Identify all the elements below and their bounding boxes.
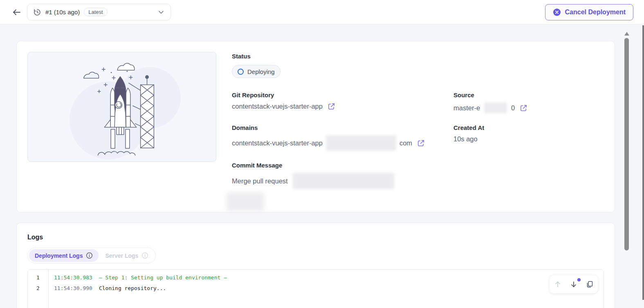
topbar: #1 (10s ago) Latest Cancel Deployment: [0, 0, 644, 25]
tab-deployment-logs-label: Deployment Logs: [35, 252, 83, 259]
copy-icon: [586, 280, 594, 288]
window-scrollbar[interactable]: [642, 25, 644, 300]
created-at-label: Created At: [453, 124, 602, 131]
cancel-deployment-label: Cancel Deployment: [565, 9, 626, 16]
new-logs-dot: [577, 278, 581, 281]
domains-redacted-blur: [326, 135, 396, 151]
commit-message-value: Merge pull request: [232, 177, 288, 185]
deploying-spinner-icon: [238, 69, 244, 75]
tab-server-logs[interactable]: Server Logs: [99, 249, 154, 262]
log-toolbar: [550, 275, 598, 293]
domains-value-prefix: contentstack-vuejs-starter-app: [232, 139, 323, 147]
info-icon: [141, 252, 148, 259]
git-repository-external-link-icon[interactable]: [328, 103, 335, 110]
log-viewer[interactable]: 1 11:54:30.983 — Step 1: Setting up buil…: [27, 269, 604, 308]
status-label: Status: [232, 53, 602, 60]
logs-title: Logs: [27, 234, 43, 241]
tab-server-logs-label: Server Logs: [105, 252, 138, 259]
arrow-up-icon: [554, 280, 562, 288]
arrow-down-icon: [570, 280, 578, 288]
tab-deployment-logs[interactable]: Deployment Logs: [29, 249, 99, 262]
log-line-number: 2: [28, 285, 48, 291]
source-value-suffix: 0: [511, 104, 515, 112]
status-badge: Deploying: [232, 65, 280, 78]
log-message: Cloning repository...: [99, 285, 166, 291]
x-circle-icon: [553, 8, 561, 16]
deployment-detail-page: { "topbar": { "selector_label": "#1 (10s…: [0, 0, 644, 308]
source-value-prefix: master-e: [453, 104, 480, 112]
chevron-down-icon: [157, 9, 165, 16]
scroll-to-top-button[interactable]: [552, 278, 564, 290]
domains-field: Domains contentstack-vuejs-starter-appco…: [232, 124, 453, 151]
log-timestamp: 11:54:30.983: [54, 275, 92, 281]
git-repository-label: Git Repository: [232, 92, 453, 98]
cancel-deployment-button[interactable]: Cancel Deployment: [545, 4, 633, 20]
log-line-number: 1: [28, 275, 48, 281]
gutter-divider: [48, 270, 49, 308]
copy-logs-button[interactable]: [583, 278, 596, 290]
scrollbar-up-arrow[interactable]: [624, 32, 629, 36]
rocket-illustration: [27, 52, 216, 162]
overview-fields: Git Repository contentstack-vuejs-starte…: [232, 92, 602, 211]
deployment-selector-label: #1 (10s ago): [45, 9, 80, 16]
log-row: 1 11:54:30.983 — Step 1: Setting up buil…: [28, 272, 604, 283]
scroll-to-bottom-button[interactable]: [568, 278, 580, 290]
back-button[interactable]: [11, 6, 23, 18]
commit-message-redacted-blur: [293, 173, 394, 189]
commit-message-field: Commit Message Merge pull request: [232, 162, 602, 211]
source-label: Source: [453, 92, 602, 98]
domains-value-suffix: com: [399, 139, 412, 147]
created-at-value: 10s ago: [453, 135, 478, 143]
deployment-info: Status Deploying Git Repository contents…: [232, 53, 602, 211]
info-icon: [86, 252, 93, 259]
scrollbar-thumb[interactable]: [624, 38, 629, 250]
history-icon: [33, 8, 41, 16]
status-value: Deploying: [247, 68, 275, 75]
source-external-link-icon[interactable]: [520, 104, 527, 112]
logs-card: Logs Deployment Logs Server Logs 1 11:: [16, 223, 615, 308]
deployment-selector[interactable]: #1 (10s ago) Latest: [27, 4, 171, 20]
latest-badge: Latest: [84, 8, 107, 16]
log-timestamp: 11:54:30.990: [54, 285, 92, 291]
log-row: 2 11:54:30.990 Cloning repository...: [28, 283, 604, 293]
domains-external-link-icon[interactable]: [417, 139, 425, 147]
git-repository-value: contentstack-vuejs-starter-app: [232, 103, 323, 110]
arrow-left-icon: [12, 8, 21, 17]
git-repository-field: Git Repository contentstack-vuejs-starte…: [232, 92, 453, 113]
domains-label: Domains: [232, 124, 453, 131]
source-redacted-blur: [484, 103, 507, 113]
source-field: Source master-e0: [453, 92, 602, 113]
logs-tabs: Deployment Logs Server Logs: [27, 248, 156, 263]
commit-message-label: Commit Message: [232, 162, 602, 169]
log-message: — Step 1: Setting up build environment —: [99, 275, 227, 281]
log-rows: 1 11:54:30.983 — Step 1: Setting up buil…: [28, 270, 604, 293]
created-at-field: Created At 10s ago: [453, 124, 602, 151]
deployment-overview-card: Status Deploying Git Repository contents…: [16, 41, 615, 212]
commit-message-redacted-blur-2: [227, 192, 264, 211]
